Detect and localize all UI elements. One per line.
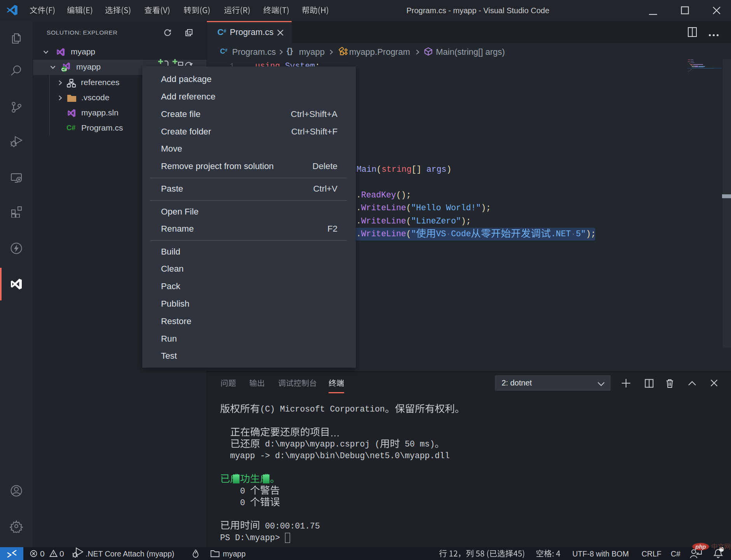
svg-text:php: php [695,543,706,550]
svg-text:C#: C# [61,67,67,72]
